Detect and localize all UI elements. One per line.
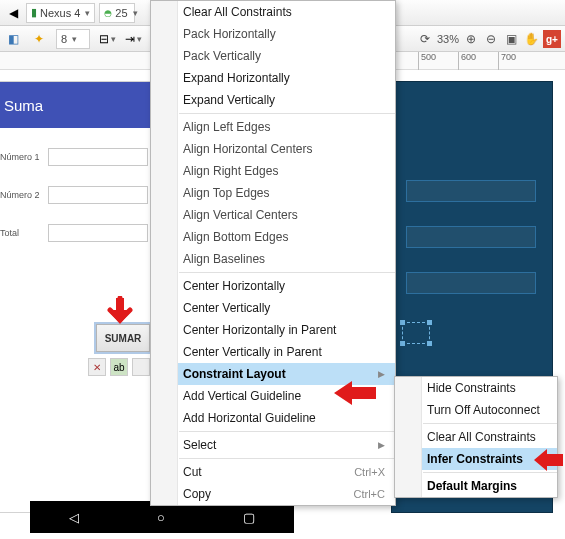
menu-item[interactable]: ✕Clear All Constraints [151, 1, 395, 23]
menu-item-label: Align Horizontal Centers [183, 142, 389, 156]
bp-field [406, 272, 536, 294]
menu-item[interactable]: ✂CutCtrl+X [151, 461, 395, 483]
menu-item[interactable]: ┄Add Horizontal Guideline [151, 407, 395, 429]
submenu-item[interactable]: ✦Infer Constraints [395, 448, 557, 470]
menu-item-label: Pack Horizontally [183, 27, 389, 41]
input-total[interactable] [48, 224, 148, 242]
menu-item[interactable]: ↕Center Vertically [151, 297, 395, 319]
menu-item-label: Center Horizontally in Parent [183, 323, 389, 337]
submenu-item-label: Clear All Constraints [427, 430, 551, 444]
device-label: Nexus 4 [40, 7, 80, 19]
menu-item-icon: ✕ [151, 1, 175, 23]
menu-item[interactable]: ⇥Pack Horizontally [151, 23, 395, 45]
zoom-label: 33% [437, 33, 459, 45]
menu-item-icon: ↔ [151, 67, 175, 89]
menu-item-icon: ⧉ [151, 483, 175, 505]
menu-item-label: Add Vertical Guideline [183, 389, 389, 403]
submenu-item-icon: ⧲ [395, 399, 419, 421]
menu-item-icon: ↔ [151, 275, 175, 297]
tool-baseline-icon[interactable]: ab [110, 358, 128, 376]
margin-value: 8 [61, 33, 67, 45]
bp-field [406, 180, 536, 202]
selection-tools: ✕ ab [88, 358, 150, 376]
menu-item-label: Cut [183, 465, 346, 479]
back-icon[interactable]: ◀ [4, 4, 22, 22]
input-numero1[interactable] [48, 148, 148, 166]
sumar-button[interactable]: SUMAR [96, 324, 150, 352]
submenu-item-label: Default Margins [427, 479, 551, 493]
zoom-in-icon[interactable]: ⊕ [463, 31, 479, 47]
infer-icon[interactable]: ✦ [30, 30, 48, 48]
menu-item-icon: ↕ [151, 89, 175, 111]
menu-item[interactable]: ⇕Center Vertically in Parent [151, 341, 395, 363]
menu-item[interactable]: ╫Align Vertical Centers [151, 204, 395, 226]
menu-item-icon: ↕ [151, 297, 175, 319]
refresh-icon[interactable]: ⟳ [417, 31, 433, 47]
submenu-item[interactable]: ✕Clear All Constraints [395, 426, 557, 448]
menu-item[interactable]: ⊟Align Horizontal Centers [151, 138, 395, 160]
form-row: Total [0, 224, 148, 242]
tool-delete-icon[interactable]: ✕ [88, 358, 106, 376]
submenu-item-label: Infer Constraints [427, 452, 551, 466]
google-plus-icon[interactable]: g+ [543, 30, 561, 48]
app-bar: Suma [0, 82, 154, 128]
pan-icon[interactable]: ✋ [523, 31, 539, 47]
menu-item[interactable]: ⊐Align Right Edges [151, 160, 395, 182]
menu-item-icon: ⊏ [151, 116, 175, 138]
nav-home-icon[interactable]: ○ [157, 510, 165, 525]
menu-item-icon: ┊ [151, 385, 175, 407]
pack-dropdown-icon[interactable]: ⇥ [124, 30, 142, 48]
bp-selected-button[interactable] [402, 322, 430, 344]
api-selector[interactable]: ◓ 25 [99, 3, 135, 23]
menu-item-icon: ⇔ [151, 319, 175, 341]
api-label: 25 [115, 7, 127, 19]
menu-item-label: Clear All Constraints [183, 5, 389, 19]
input-numero2[interactable] [48, 186, 148, 204]
menu-item[interactable]: Select▶ [151, 434, 395, 456]
fit-icon[interactable]: ▣ [503, 31, 519, 47]
submenu-item-icon: ✕ [395, 426, 419, 448]
submenu-arrow-icon: ▶ [378, 440, 389, 450]
menu-item[interactable]: ┊Add Vertical Guideline [151, 385, 395, 407]
menu-item-icon: ✂ [151, 461, 175, 483]
menu-item-label: Align Vertical Centers [183, 208, 389, 222]
form-row: Número 1 [0, 148, 148, 166]
menu-item[interactable]: ⊤Align Top Edges [151, 182, 395, 204]
zoom-out-icon[interactable]: ⊖ [483, 31, 499, 47]
menu-item[interactable]: ⇔Center Horizontally in Parent [151, 319, 395, 341]
menu-item[interactable]: ⊥Align Bottom Edges [151, 226, 395, 248]
ruler-tick: 600 [458, 52, 476, 70]
menu-item-icon: ⊥ [151, 226, 175, 248]
nav-back-icon[interactable]: ◁ [69, 510, 79, 525]
submenu-item[interactable]: 8Default Margins [395, 475, 557, 497]
nav-recent-icon[interactable]: ▢ [243, 510, 255, 525]
menu-item-icon [151, 363, 175, 385]
submenu-item-label: Turn Off Autoconnect [427, 403, 551, 417]
menu-item[interactable]: ↔Center Horizontally [151, 275, 395, 297]
align-dropdown-icon[interactable]: ⊟ [98, 30, 116, 48]
device-selector[interactable]: ▮ Nexus 4 [26, 3, 95, 23]
menu-item[interactable]: ⇵Pack Vertically [151, 45, 395, 67]
app-title: Suma [4, 97, 43, 114]
menu-item[interactable]: ≣Align Baselines [151, 248, 395, 270]
menu-item-label: Constraint Layout [183, 367, 370, 381]
margin-selector[interactable]: 8 [56, 29, 90, 49]
menu-item-label: Align Right Edges [183, 164, 389, 178]
menu-item[interactable]: ↕Expand Vertically [151, 89, 395, 111]
submenu-item[interactable]: 👁Hide Constraints [395, 377, 557, 399]
menu-item[interactable]: Constraint Layout▶ [151, 363, 395, 385]
menu-item-icon: ╫ [151, 204, 175, 226]
submenu-item-icon: 8 [395, 475, 419, 497]
constraint-layout-submenu: 👁Hide Constraints⧲Turn Off Autoconnect✕C… [394, 376, 558, 498]
menu-item[interactable]: ↔Expand Horizontally [151, 67, 395, 89]
menu-item-icon: ⊟ [151, 138, 175, 160]
menu-item[interactable]: ⊏Align Left Edges [151, 116, 395, 138]
view-mode-icon[interactable]: ◧ [4, 30, 22, 48]
submenu-item[interactable]: ⧲Turn Off Autoconnect [395, 399, 557, 421]
bp-field [406, 226, 536, 248]
phone-preview: Suma Número 1 Número 2 Total [0, 82, 154, 512]
menu-item-label: Add Horizontal Guideline [183, 411, 389, 425]
menu-item[interactable]: ⧉CopyCtrl+C [151, 483, 395, 505]
context-menu: ✕Clear All Constraints⇥Pack Horizontally… [150, 0, 396, 506]
tool-chain-icon[interactable] [132, 358, 150, 376]
